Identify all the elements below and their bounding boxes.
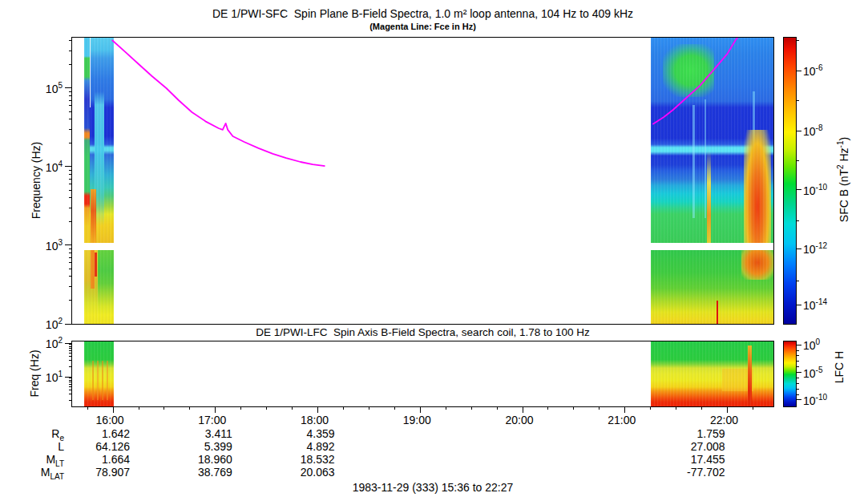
x-tick-minor <box>189 406 190 410</box>
y-tick-minor <box>69 380 72 381</box>
sfc-y-axis-label: Frequency (Hz) <box>30 120 41 240</box>
x-tick-minor <box>369 406 369 410</box>
ephemeris-value: 38.769 <box>168 466 232 479</box>
ephemeris-row-label: MLAT <box>14 466 64 481</box>
x-tick-minor <box>292 406 293 410</box>
lfc-data-block-left <box>84 341 114 406</box>
lfc-cbar-tick-minor <box>796 383 799 384</box>
sfc-cbar-tick-major <box>796 71 801 71</box>
y-tick-major <box>65 244 72 245</box>
x-tick-minor <box>240 406 241 410</box>
x-tick-minor <box>139 406 139 410</box>
sfc-data-block-right <box>651 38 773 324</box>
ephemeris-row-label: L <box>14 440 64 453</box>
y-tick-minor <box>69 111 72 112</box>
y-tick-minor <box>69 179 72 180</box>
ephemeris-value: 1.759 <box>661 427 725 440</box>
y-tick-minor <box>69 51 72 51</box>
ephemeris-value: 4.359 <box>271 427 335 440</box>
y-tick-minor <box>69 262 72 263</box>
y-tick-minor <box>69 386 72 387</box>
sfc-cbar-tick-minor <box>796 220 799 221</box>
y-tick-label: 105 <box>30 81 63 95</box>
y-tick-minor <box>69 143 72 143</box>
x-tick-major <box>317 406 318 413</box>
x-tick-minor <box>87 406 88 410</box>
y-tick-label: 102 <box>30 317 63 331</box>
sfc-cbar-tick-minor <box>796 100 799 101</box>
sfc-cbar-tick-major <box>796 305 801 305</box>
lfc-cbar-tick-minor <box>796 394 799 395</box>
sfc-cbar-tick-label: 10-12 <box>803 241 845 256</box>
y-tick-minor <box>69 350 72 351</box>
lfc-data-block-right <box>651 341 773 406</box>
y-tick-minor <box>69 276 72 277</box>
lfc-cbar-tick-label: 10-5 <box>803 366 845 380</box>
y-tick-minor <box>69 95 72 96</box>
ephemeris-value: 18.960 <box>168 453 232 466</box>
y-tick-minor <box>69 378 72 378</box>
sfc-cbar-tick-label: 10-14 <box>803 297 845 312</box>
sfc-cbar-tick-label: 10-6 <box>803 63 845 78</box>
y-tick-minor <box>69 190 72 191</box>
x-tick-minor <box>164 406 164 410</box>
lfc-cbar-tick-label: 10-10 <box>803 393 845 407</box>
sfc-cbar-tick-minor <box>796 160 799 161</box>
y-tick-minor <box>69 64 72 65</box>
y-tick-major <box>65 377 72 378</box>
y-tick-major <box>65 324 72 325</box>
sfc-colorbar <box>783 37 797 325</box>
y-tick-minor <box>69 129 72 130</box>
lfc-cbar-tick-major <box>796 399 801 400</box>
sfc-cbar-tick-major <box>796 248 801 249</box>
x-tick-label: 17:00 <box>184 414 240 426</box>
sfc-data-block-left <box>84 38 114 324</box>
x-tick-major <box>420 406 421 413</box>
ephemeris-value: 78.907 <box>66 466 130 479</box>
y-tick-minor <box>69 253 72 253</box>
date-range-label: 1983-11-29 (333) 15:36 to 22:27 <box>232 481 633 494</box>
y-tick-minor <box>69 170 72 171</box>
lfc-cbar-tick-minor <box>796 350 799 351</box>
y-tick-minor <box>69 91 72 92</box>
x-tick-label: 16:00 <box>82 414 138 426</box>
y-tick-major <box>65 87 72 88</box>
y-tick-major <box>65 166 72 167</box>
sfc-cbar-tick-major <box>796 131 801 131</box>
sfc-title: DE 1/PWI-SFC Spin Plane B-Field Spectra,… <box>72 7 773 20</box>
y-tick-label: 101 <box>30 370 63 384</box>
y-tick-minor <box>69 394 72 394</box>
lfc-cbar-tick-major <box>796 372 801 373</box>
y-tick-minor <box>69 300 72 301</box>
x-tick-major <box>215 406 216 413</box>
y-tick-minor <box>69 184 72 184</box>
x-tick-minor <box>753 406 753 410</box>
y-tick-minor <box>69 344 72 345</box>
x-tick-major <box>727 406 728 413</box>
lfc-cbar-tick-minor <box>796 355 799 356</box>
lfc-cbar-tick-minor <box>796 389 799 390</box>
x-tick-minor <box>266 406 267 410</box>
ephemeris-value: 18.532 <box>271 453 335 466</box>
x-tick-minor <box>573 406 574 410</box>
y-tick-minor <box>69 346 72 347</box>
x-tick-minor <box>497 406 498 410</box>
y-tick-minor <box>69 40 72 41</box>
ephemeris-value: 1.664 <box>66 453 130 466</box>
y-tick-minor <box>69 221 72 222</box>
lfc-cbar-tick-major <box>796 345 801 345</box>
y-tick-label: 104 <box>30 160 63 174</box>
y-tick-minor <box>69 382 72 382</box>
ephemeris-value: 64.126 <box>66 440 130 453</box>
x-tick-minor <box>650 406 651 410</box>
x-tick-major <box>624 406 625 413</box>
y-tick-minor <box>69 269 72 269</box>
sfc-cbar-tick-minor <box>796 281 799 281</box>
x-tick-label: 20:00 <box>491 414 547 426</box>
ephemeris-value: 17.455 <box>661 453 725 466</box>
ephemeris-value: 20.063 <box>271 466 335 479</box>
sfc-subtitle: (Magenta Line: Fce in Hz) <box>72 22 773 31</box>
x-tick-minor <box>343 406 344 410</box>
y-tick-label: 103 <box>30 238 63 253</box>
y-tick-minor <box>69 257 72 258</box>
